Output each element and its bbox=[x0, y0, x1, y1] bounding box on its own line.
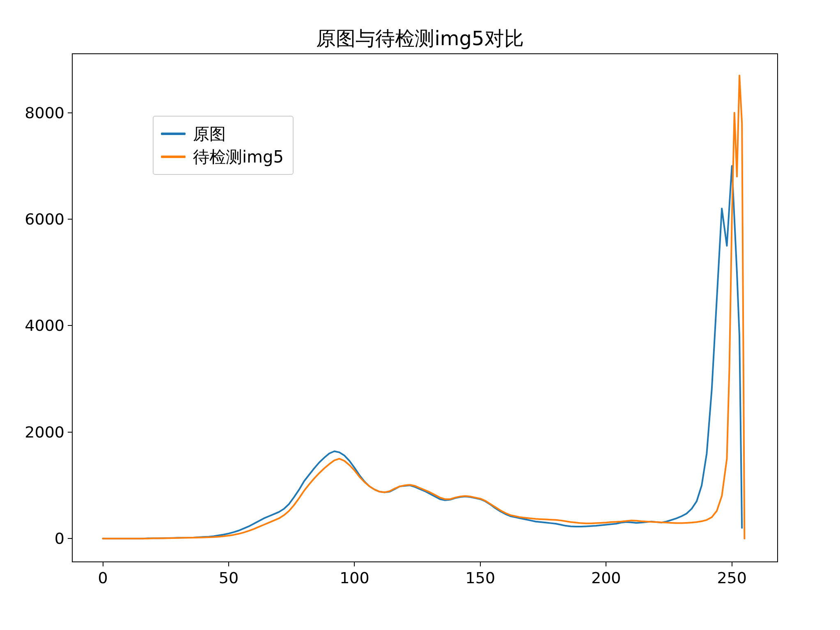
y-tick-mark bbox=[68, 325, 73, 326]
x-tick-mark bbox=[480, 561, 481, 566]
legend: 原图 待检测img5 bbox=[153, 116, 294, 175]
figure: 原图与待检测img5对比 原图 待检测img5 050100150200250 … bbox=[0, 0, 840, 630]
y-tick-label: 8000 bbox=[25, 104, 64, 122]
x-tick-label: 250 bbox=[717, 569, 747, 587]
axes: 原图 待检测img5 050100150200250 0200040006000… bbox=[72, 53, 778, 562]
legend-entry-原图: 原图 bbox=[161, 122, 284, 145]
x-tick-label: 50 bbox=[219, 569, 239, 587]
x-tick-mark bbox=[354, 561, 355, 566]
x-tick-mark bbox=[732, 561, 732, 566]
legend-swatch-原图 bbox=[161, 133, 186, 135]
x-tick-mark bbox=[228, 561, 229, 566]
y-tick-label: 2000 bbox=[25, 423, 64, 441]
y-tick-mark bbox=[68, 538, 73, 539]
legend-label: 待检测img5 bbox=[193, 145, 284, 168]
series-line-原图 bbox=[103, 166, 742, 538]
x-tick-label: 0 bbox=[98, 569, 108, 587]
y-tick-mark bbox=[68, 112, 73, 113]
y-tick-label: 0 bbox=[55, 529, 64, 548]
legend-entry-待检测img5: 待检测img5 bbox=[161, 145, 284, 168]
x-tick-label: 150 bbox=[466, 569, 496, 587]
chart-title: 原图与待检测img5对比 bbox=[0, 25, 840, 52]
y-tick-mark bbox=[68, 432, 73, 433]
y-tick-mark bbox=[68, 219, 73, 220]
y-tick-label: 6000 bbox=[25, 210, 64, 228]
x-tick-mark bbox=[606, 561, 606, 566]
x-tick-label: 200 bbox=[591, 569, 621, 587]
legend-swatch-待检测img5 bbox=[161, 156, 186, 158]
x-tick-label: 100 bbox=[340, 569, 370, 587]
legend-label: 原图 bbox=[193, 122, 226, 145]
y-tick-label: 4000 bbox=[25, 316, 64, 334]
x-tick-mark bbox=[103, 561, 103, 566]
